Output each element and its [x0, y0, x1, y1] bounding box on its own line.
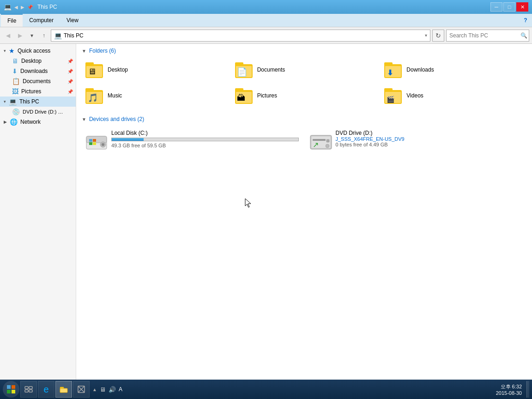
folder-item-desktop[interactable]: 🖥 Desktop — [82, 59, 228, 81]
file-explorer-button[interactable] — [55, 381, 72, 398]
pictures-icon: 🖼 — [12, 88, 18, 95]
folder-icon-videos: 🎬 — [384, 87, 403, 104]
device-d-free: 0 bytes free of 4.49 GB — [336, 142, 523, 147]
svg-rect-21 — [7, 385, 11, 389]
refresh-button[interactable]: ↻ — [432, 30, 444, 42]
folders-arrow-icon: ▼ — [82, 48, 86, 54]
tab-file[interactable]: File — [1, 14, 23, 27]
devices-section-header[interactable]: ▼ Devices and drives (2) — [82, 116, 526, 122]
folders-section-label: Folders (6) — [89, 48, 116, 54]
tab-view[interactable]: View — [60, 14, 85, 27]
sidebar-item-pictures[interactable]: 🖼 Pictures 📌 — [0, 86, 76, 97]
content-area: ▼ Folders (6) 🖥 Desktop � — [76, 44, 532, 387]
internet-explorer-button[interactable]: e — [38, 381, 54, 398]
quickaccess-icon: ★ — [9, 47, 15, 54]
show-desktop-button[interactable] — [526, 381, 529, 398]
sidebar-dvd-label: DVD Drive (D:) J_SSS_ — [23, 109, 64, 115]
sidebar-item-network[interactable]: ▶ 🌐 Network — [0, 117, 76, 127]
dvd-drive-icon: ↗ — [310, 130, 332, 152]
close-button[interactable]: ✕ — [516, 2, 528, 12]
forward-button[interactable]: ▶ — [15, 30, 25, 41]
thispc-icon: 💻 — [9, 98, 17, 105]
maximize-button[interactable]: □ — [503, 2, 515, 12]
folders-section-header[interactable]: ▼ Folders (6) — [82, 48, 526, 54]
tray-arrow[interactable]: ▲ — [92, 387, 97, 392]
svg-rect-11 — [326, 139, 329, 142]
title-icon: 💻 — [4, 3, 12, 11]
sidebar-item-documents[interactable]: 📋 Documents 📌 — [0, 76, 76, 86]
svg-rect-22 — [12, 385, 15, 389]
ribbon-tab-bar: File Computer View ? — [0, 14, 532, 27]
tray-volume-icon[interactable]: 🔊 — [109, 386, 116, 393]
svg-point-13 — [326, 144, 329, 148]
folder-icon-downloads: ⬇ — [384, 61, 403, 78]
sidebar-item-desktop[interactable]: 🖥 Desktop 📌 — [0, 56, 76, 66]
svg-rect-2 — [89, 139, 92, 142]
desktop-icon: 🖥 — [12, 57, 18, 65]
device-c-bar-fill — [112, 138, 144, 141]
svg-text:↗: ↗ — [313, 141, 319, 149]
pin-icon: 📌 — [27, 5, 33, 10]
chevron-icon: ▾ — [4, 48, 6, 53]
sidebar-downloads-label: Downloads — [20, 68, 48, 74]
svg-rect-4 — [89, 142, 92, 145]
recent-locations-button[interactable]: ▾ — [27, 30, 37, 41]
folder-item-documents[interactable]: 📄 Documents — [231, 59, 377, 81]
downloads-icon: ⬇ — [12, 67, 18, 75]
sidebar-item-dvd[interactable]: 💿 DVD Drive (D:) J_SSS_ — [0, 107, 76, 117]
back-button[interactable]: ◀ — [3, 30, 13, 41]
quick-access-icon2: ▶ — [21, 5, 24, 10]
folder-icon-desktop: 🖥 — [85, 61, 104, 78]
sidebar-desktop-label: Desktop — [21, 58, 42, 64]
device-d-info: DVD Drive (D:) J_SSS_X64FRE_EN-US_DV9 0 … — [336, 130, 523, 147]
sidebar-item-thispc[interactable]: ▾ 💻 This PC — [0, 97, 76, 107]
dvd-icon: 💿 — [12, 108, 20, 115]
folder-item-videos[interactable]: 🎬 Videos — [381, 85, 526, 107]
device-d-sub: J_SSS_X64FRE_EN-US_DV9 — [336, 136, 523, 142]
folder-label-videos: Videos — [406, 92, 423, 99]
sidebar-item-quickaccess[interactable]: ▾ ★ Quick access — [0, 46, 76, 56]
pin-icon2: 📌 — [67, 69, 73, 74]
thispc-label: This PC — [19, 98, 39, 105]
device-item-d[interactable]: ↗ DVD Drive (D:) J_SSS_X64FRE_EN-US_DV9 … — [306, 127, 527, 155]
search-input[interactable] — [449, 32, 519, 39]
folder-item-music[interactable]: 🎵 Music — [82, 85, 228, 107]
search-icon: 🔍 — [520, 32, 527, 39]
network-icon: 🌐 — [10, 118, 18, 126]
device-c-free: 49.3 GB free of 59.5 GB — [111, 143, 299, 148]
address-bar: ◀ ▶ ▾ ↑ 💻 This PC ▾ ↻ 🔍 — [0, 27, 532, 44]
taskview-button[interactable] — [20, 381, 37, 398]
folder-icon-pictures: 🏔 — [235, 87, 254, 104]
tray-network-icon: 🖥 — [100, 386, 106, 393]
folder-label-desktop: Desktop — [108, 66, 128, 73]
folder-icon-music: 🎵 — [85, 87, 104, 104]
ribbon: File Computer View ? — [0, 14, 532, 27]
network-label: Network — [20, 119, 41, 125]
address-path[interactable]: 💻 This PC ▾ — [51, 30, 430, 42]
path-dropdown[interactable]: ▾ — [425, 33, 427, 38]
svg-rect-5 — [93, 142, 96, 145]
device-item-c[interactable]: Local Disk (C:) 49.3 GB free of 59.5 GB — [82, 127, 302, 155]
sidebar-item-downloads[interactable]: ⬇ Downloads 📌 — [0, 66, 76, 76]
minimize-button[interactable]: ─ — [490, 2, 502, 12]
device-c-bar — [111, 138, 299, 141]
svg-point-7 — [102, 143, 104, 146]
device-d-name: DVD Drive (D:) — [336, 130, 523, 136]
start-button[interactable] — [3, 381, 19, 398]
title-bar: 💻 ◀ ▶ 📌 This PC ─ □ ✕ — [0, 0, 532, 14]
snipping-button[interactable] — [73, 381, 90, 398]
devices-arrow-icon: ▼ — [82, 117, 86, 122]
folder-label-pictures: Pictures — [257, 92, 277, 99]
sidebar: ▾ ★ Quick access 🖥 Desktop 📌 ⬇ Downloads… — [0, 44, 76, 387]
folder-label-documents: Documents — [257, 66, 285, 73]
folder-item-downloads[interactable]: ⬇ Downloads — [381, 59, 526, 81]
up-button[interactable]: ↑ — [39, 30, 49, 41]
taskbar-clock[interactable]: 오후 6:32 2015-08-30 — [496, 383, 526, 396]
help-button[interactable]: ? — [519, 14, 532, 27]
hdd-icon — [85, 130, 108, 152]
pin-icon4: 📌 — [67, 89, 73, 94]
device-c-info: Local Disk (C:) 49.3 GB free of 59.5 GB — [111, 130, 299, 148]
clock-date: 2015-08-30 — [496, 390, 522, 396]
folder-item-pictures[interactable]: 🏔 Pictures — [231, 85, 377, 107]
tab-computer[interactable]: Computer — [23, 14, 60, 27]
